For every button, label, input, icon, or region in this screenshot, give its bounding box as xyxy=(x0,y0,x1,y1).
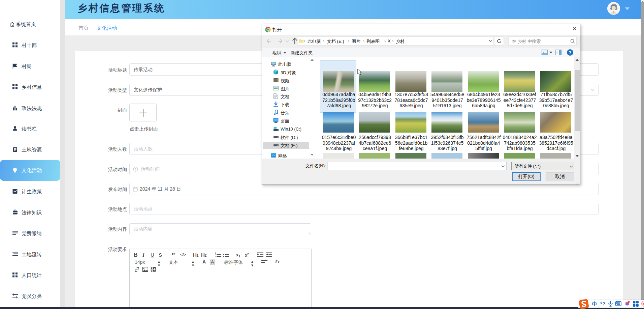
svg-text:3: 3 xyxy=(215,256,216,257)
